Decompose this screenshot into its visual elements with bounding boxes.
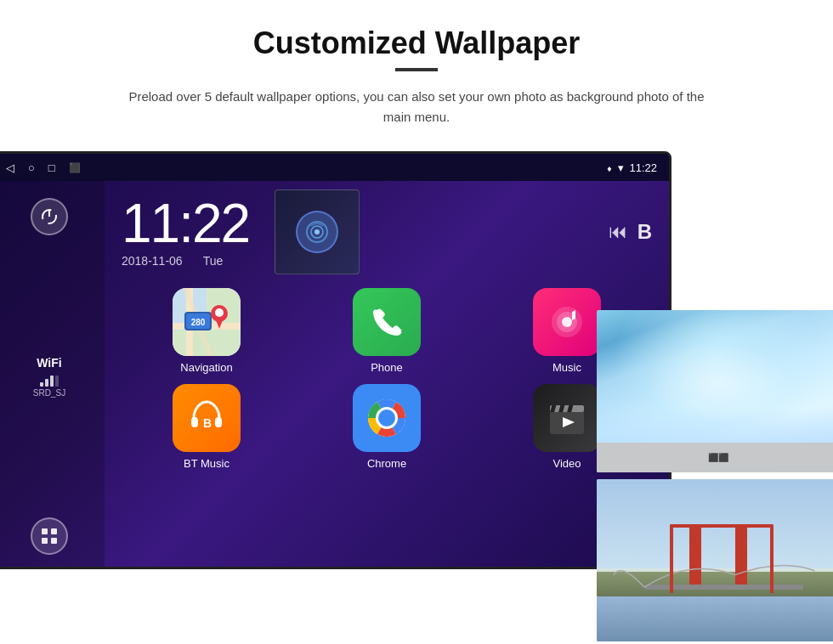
location-icon: ⬧ [606, 161, 613, 174]
video-label: Video [552, 457, 581, 470]
phone-icon [353, 288, 421, 356]
video-icon [533, 384, 601, 452]
chrome-icon [353, 384, 421, 452]
music-icon [533, 288, 601, 356]
power-button[interactable] [31, 198, 68, 235]
recent-nav-icon[interactable]: □ [48, 161, 55, 174]
wifi-label: WiFi [33, 356, 65, 370]
media-controls: ⏮ B [609, 220, 652, 244]
screen-body: WiFi SRD_SJ [0, 181, 669, 569]
navigation-icon: 280 [173, 288, 241, 356]
status-right: ⬧ ▾ 11:22 [606, 161, 657, 174]
car-status-bar: ⬛⬛ [597, 443, 833, 472]
wifi-bar-3 [50, 376, 54, 387]
wifi-bar-4 [55, 376, 59, 387]
svg-point-17 [215, 308, 224, 317]
svg-point-4 [314, 229, 320, 234]
phone-label: Phone [371, 361, 403, 374]
wifi-info: WiFi SRD_SJ [33, 356, 65, 398]
screenshot-icon[interactable]: ⬛ [69, 162, 81, 173]
signal-icon: ▾ [618, 161, 624, 174]
grid-icon [42, 528, 57, 544]
svg-rect-22 [215, 417, 222, 427]
app-item-chrome[interactable]: Chrome [302, 384, 472, 470]
status-time: 11:22 [629, 161, 657, 174]
svg-text:B: B [203, 416, 212, 430]
time-widget: 11:22 2018-11-06 Tue [122, 189, 652, 274]
page-subtitle: Preload over 5 default wallpaper options… [119, 87, 714, 127]
chrome-label: Chrome [367, 457, 406, 470]
app-grid: 280 Navigation [122, 288, 652, 470]
svg-rect-21 [191, 417, 198, 427]
sidebar: WiFi SRD_SJ [0, 181, 105, 569]
apps-grid-button[interactable] [31, 517, 68, 555]
wallpaper-thumb-ice-cave[interactable]: ⬛⬛ [595, 308, 833, 474]
wallpaper-thumb-bridge[interactable] [595, 477, 833, 643]
wifi-bar-1 [40, 382, 43, 387]
wifi-ssid: SRD_SJ [33, 388, 65, 398]
bluetooth-icon: B [638, 220, 652, 244]
home-nav-icon[interactable]: ○ [28, 161, 35, 174]
time-display: 11:22 2018-11-06 Tue [122, 196, 249, 268]
app-item-phone[interactable]: Phone [302, 288, 472, 374]
music-label: Music [552, 361, 581, 374]
clock-time: 11:22 [122, 196, 249, 251]
back-nav-icon[interactable]: ◁ [6, 161, 14, 174]
content-area: ◁ ○ □ ⬛ ⬧ ▾ 11:22 [34, 151, 799, 643]
wifi-bars [33, 373, 65, 387]
bt-music-icon: B [173, 384, 241, 452]
page-title: Customized Wallpaper [34, 25, 799, 61]
app-item-navigation[interactable]: 280 Navigation [122, 288, 292, 374]
media-widget [275, 189, 360, 274]
bt-music-label: BT Music [184, 457, 230, 470]
status-left: ◁ ○ □ ⬛ [6, 161, 81, 174]
app-item-bt-music[interactable]: B BT Music [122, 384, 292, 470]
bridge-image [597, 479, 833, 641]
main-content: 11:22 2018-11-06 Tue [105, 181, 669, 569]
svg-text:280: 280 [191, 318, 206, 327]
svg-point-27 [378, 410, 395, 427]
media-icon [296, 211, 338, 253]
prev-track-icon[interactable]: ⏮ [609, 221, 627, 243]
grid-dot [51, 538, 57, 544]
grid-dot [42, 538, 48, 544]
clock-date: 2018-11-06 Tue [122, 254, 249, 268]
wifi-bar-2 [45, 379, 48, 387]
device-frame: ◁ ○ □ ⬛ ⬧ ▾ 11:22 [0, 151, 672, 569]
clock-day-value: Tue [203, 254, 224, 268]
title-divider [395, 68, 438, 71]
grid-dot [51, 528, 57, 534]
status-bar: ◁ ○ □ ⬛ ⬧ ▾ 11:22 [0, 154, 669, 181]
navigation-label: Navigation [180, 361, 232, 374]
grid-dot [42, 528, 48, 534]
clock-date-value: 2018-11-06 [122, 254, 183, 268]
svg-point-20 [562, 317, 572, 327]
